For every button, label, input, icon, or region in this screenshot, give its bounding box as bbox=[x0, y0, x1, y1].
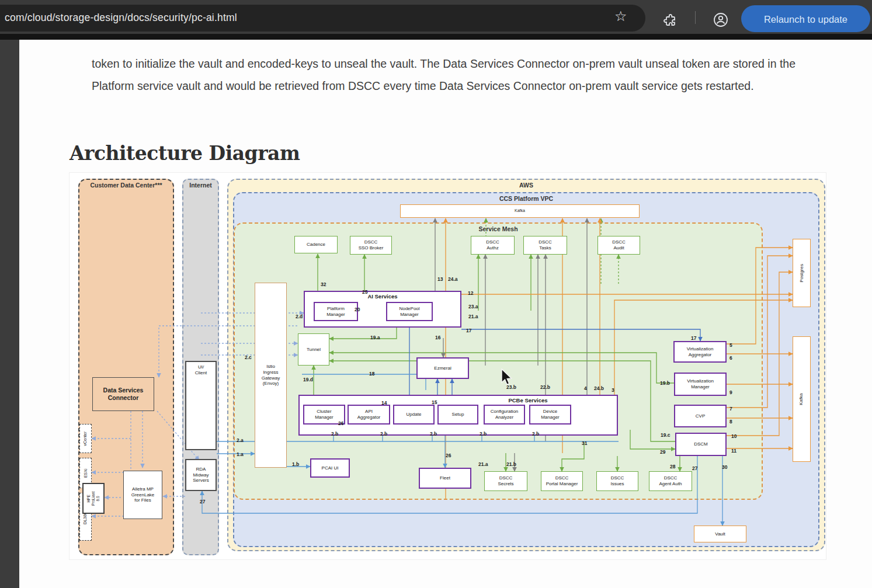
node-hpe-proliant: HPE ProLiant 8.0 bbox=[82, 483, 105, 514]
node-label-dscc-audit: DSCC Audit bbox=[612, 239, 626, 251]
node-label-dscm: DSCM bbox=[694, 441, 708, 447]
edge-label-24-a-3: 24.a bbox=[448, 276, 458, 282]
node-virtualization-aggregator: Virtualization Aggregator bbox=[673, 341, 727, 363]
node-data-services-connector: Data Services Connector bbox=[92, 377, 154, 411]
node-label-vault: Vault bbox=[715, 531, 725, 537]
node-api-aggregator: API Aggregator bbox=[348, 405, 390, 425]
edge-label-26-48: 26 bbox=[446, 453, 451, 458]
node-ui-client: UI/ Client bbox=[185, 361, 217, 450]
browser-toolbar: com/cloud/storage-design/docs/security/p… bbox=[0, 0, 872, 34]
edge-label-2-b-23: 2.b bbox=[430, 431, 437, 437]
node-nodepool-manager: NodePool Manager bbox=[386, 302, 433, 321]
edge-label-21-a-46: 21.a bbox=[478, 461, 488, 467]
extensions-icon[interactable] bbox=[663, 13, 677, 27]
node-label-kafka: Kafka bbox=[515, 208, 525, 214]
edge-label-5-38: 5 bbox=[729, 342, 732, 348]
node-cadence: Cadence bbox=[294, 236, 338, 253]
node-dscc-sso-broker: DSCC SSO Broker bbox=[350, 236, 392, 255]
node-dscc-portal-manager: DSCC Portal Manager bbox=[541, 471, 583, 491]
edge-label-10-43: 10 bbox=[731, 433, 736, 439]
node-dscc-tasks: DSCC Tasks bbox=[523, 236, 567, 255]
edge-label-25-1: 25 bbox=[362, 289, 367, 295]
edge-label-3-30: 3 bbox=[612, 387, 614, 393]
url-bar[interactable]: com/cloud/storage-design/docs/security/p… bbox=[0, 5, 645, 32]
node-label-rda-midway-servers: RDA Midway Servers bbox=[193, 467, 209, 483]
node-kafka: Kafka bbox=[400, 204, 640, 218]
edge-label-14-18: 14 bbox=[381, 400, 387, 406]
toolbar-divider bbox=[695, 11, 696, 24]
node-label-platform-manager: Platform Manager bbox=[326, 306, 345, 318]
edge-label-1-b-17: 1.b bbox=[292, 461, 299, 467]
edge-label-23-a-5: 23.a bbox=[468, 304, 478, 309]
node-kafka-right: Kafka bbox=[793, 336, 811, 462]
node-label-update: Update bbox=[407, 412, 422, 417]
edge-label-9-40: 9 bbox=[729, 389, 732, 395]
node-label-cvp: CVP bbox=[696, 413, 705, 419]
edge-label-7-41: 7 bbox=[729, 406, 732, 412]
edge-label-19-c-33: 19.c bbox=[661, 432, 670, 438]
node-label-dscc-secrets: DSCC Secrets bbox=[498, 475, 513, 487]
node-label-esxi: ESXi bbox=[83, 468, 88, 478]
edge-label-18-12: 18 bbox=[369, 371, 374, 377]
node-label-dscc-authz: DSCC Authz bbox=[486, 239, 499, 251]
relaunch-to-update-button[interactable]: Relaunch to update bbox=[741, 5, 870, 32]
edge-label-28-35: 28 bbox=[670, 464, 675, 469]
edge-label-2-d-8: 2.d bbox=[296, 314, 303, 319]
edge-label-32-0: 32 bbox=[321, 281, 326, 287]
edge-label-13-2: 13 bbox=[437, 276, 443, 282]
window-edge bbox=[0, 34, 872, 40]
node-dscc-agent-auth: DSCC Agent Auth bbox=[649, 471, 692, 491]
node-tunnel: Tunnel bbox=[298, 333, 329, 366]
node-label-pcai-ui: PCAI UI bbox=[322, 465, 339, 471]
edge-label-12-4: 12 bbox=[468, 290, 473, 296]
edge-label-15-19: 15 bbox=[432, 399, 437, 405]
node-label-dscc-agent-auth: DSCC Agent Auth bbox=[659, 475, 682, 487]
node-postgres: Postgres bbox=[793, 239, 811, 307]
node-rda-midway-servers: RDA Midway Servers bbox=[185, 459, 217, 491]
node-label-nodepool-manager: NodePool Manager bbox=[399, 306, 419, 318]
architecture-diagram: Customer Data Center***InternetAWSCCS Pl… bbox=[69, 172, 826, 560]
page-content: token to initialize the vault and encode… bbox=[19, 40, 872, 588]
node-label-data-services-connector: Data Services Connector bbox=[103, 387, 144, 402]
node-label-setup: Setup bbox=[452, 412, 464, 417]
edge-label-1-a-16: 1.a bbox=[237, 451, 244, 457]
node-virtualization-manager: Virtualization Manager bbox=[674, 373, 727, 396]
node-label-device-manager: Device Manager bbox=[541, 409, 560, 420]
node-label-dscc-issues: DSCC Issues bbox=[610, 475, 624, 487]
node-vcenter: vCenter bbox=[79, 424, 92, 453]
node-label-dscc-sso-broker: DSCC SSO Broker bbox=[359, 239, 384, 251]
node-label-cadence: Cadence bbox=[307, 242, 325, 248]
node-label-hpe-proliant: HPE ProLiant 8.0 bbox=[86, 491, 100, 505]
node-label-dscc-tasks: DSCC Tasks bbox=[539, 239, 552, 251]
edge-label-19-a-10: 19.a bbox=[370, 335, 380, 340]
edge-label-6-39: 6 bbox=[729, 355, 732, 361]
edge-label-2-b-21: 2.b bbox=[331, 431, 338, 437]
node-device-manager: Device Manager bbox=[529, 405, 571, 425]
node-label-api-aggregator: API Aggregator bbox=[357, 409, 381, 420]
node-platform-manager: Platform Manager bbox=[314, 302, 358, 321]
edge-label-4-28: 4 bbox=[584, 385, 587, 391]
edge-label-26-20: 26 bbox=[338, 420, 343, 426]
edge-label-2-b-24: 2.b bbox=[480, 431, 487, 437]
profile-icon[interactable] bbox=[713, 12, 728, 27]
edge-label-2-a-15: 2.a bbox=[237, 437, 244, 443]
body-paragraph: token to initialize the vault and encode… bbox=[92, 53, 836, 97]
node-label-virtualization-aggregator: Virtualization Aggregator bbox=[687, 346, 714, 358]
node-label-fleet: Fleet bbox=[440, 475, 450, 481]
node-dscc-audit: DSCC Audit bbox=[597, 236, 640, 255]
edge-label-17-7: 17 bbox=[466, 328, 471, 333]
node-dscc-authz: DSCC Authz bbox=[471, 236, 515, 255]
node-label-configuration-analyzer: Configuration Analyzer bbox=[491, 409, 519, 420]
node-dscc-issues: DSCC Issues bbox=[596, 471, 638, 491]
url-text[interactable]: com/cloud/storage-design/docs/security/p… bbox=[5, 12, 237, 24]
mouse-cursor bbox=[501, 368, 517, 386]
node-istio-ingress-gateway: Istio Ingress Gateway (Envoy) bbox=[255, 283, 287, 468]
node-setup: Setup bbox=[437, 405, 478, 425]
node-label-vcenter: vCenter bbox=[83, 432, 88, 446]
edge-label-31-31: 31 bbox=[582, 440, 587, 446]
node-alletra-mp: Alletra MP GreenLake for Files bbox=[123, 471, 162, 519]
node-label-dscc-portal-manager: DSCC Portal Manager bbox=[546, 475, 578, 487]
node-label-cluster-manager: Cluster Manager bbox=[315, 409, 333, 420]
node-label-istio-ingress-gateway: Istio Ingress Gateway (Envoy) bbox=[262, 364, 280, 387]
bookmark-star-icon[interactable]: ☆ bbox=[614, 8, 627, 25]
